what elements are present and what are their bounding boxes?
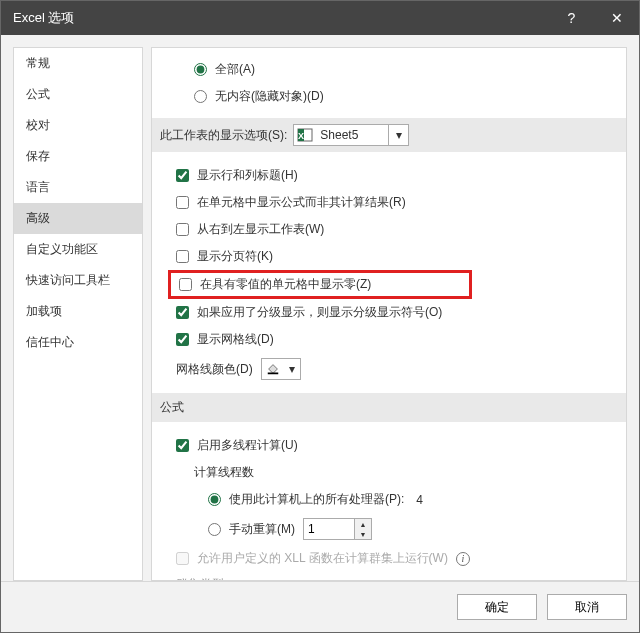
sheet-select[interactable]: X Sheet5 ▾: [293, 124, 409, 146]
svg-rect-3: [267, 373, 278, 375]
gridcolor-picker[interactable]: ▾: [261, 358, 301, 380]
manual-thread-input[interactable]: [304, 519, 354, 539]
sidebar-item-trust[interactable]: 信任中心: [14, 327, 142, 358]
help-button[interactable]: ?: [549, 1, 594, 35]
chevron-down-icon: ▾: [388, 125, 408, 145]
sidebar-item-customize-ribbon[interactable]: 自定义功能区: [14, 234, 142, 265]
row-manual: 手动重算(M) ▲ ▼: [166, 513, 612, 545]
cluster-type-combo: [232, 580, 512, 582]
radio-use-all-cpus[interactable]: [208, 493, 221, 506]
row-use-all: 使用此计算机上的所有处理器(P): 4: [166, 486, 612, 513]
lbl-show-formulas: 在单元格中显示公式而非其计算结果(R): [197, 194, 406, 211]
radio-manual-threads[interactable]: [208, 523, 221, 536]
objects-all-radio[interactable]: [194, 63, 207, 76]
lbl-rowcol-headers: 显示行和列标题(H): [197, 167, 298, 184]
row-gridlines: 显示网格线(D): [166, 326, 612, 353]
sidebar-item-qat[interactable]: 快速访问工具栏: [14, 265, 142, 296]
chevron-down-icon: ▾: [284, 359, 300, 379]
row-multithread: 启用多线程计算(U): [166, 432, 612, 459]
sidebar-item-save[interactable]: 保存: [14, 141, 142, 172]
spinner-up[interactable]: ▲: [355, 519, 371, 529]
chk-rowcol-headers[interactable]: [176, 169, 189, 182]
sheet-display-label: 此工作表的显示选项(S):: [160, 127, 287, 144]
objects-none-label: 无内容(隐藏对象)(D): [215, 88, 324, 105]
chk-gridlines[interactable]: [176, 333, 189, 346]
sheet-display-header: 此工作表的显示选项(S): X Sheet5 ▾: [152, 118, 626, 152]
cpu-count: 4: [416, 493, 423, 507]
objects-all-row: 全部(A): [166, 56, 612, 83]
titlebar: Excel 选项 ? ✕: [1, 1, 639, 35]
sidebar-item-proofing[interactable]: 校对: [14, 110, 142, 141]
row-rtl: 从右到左显示工作表(W): [166, 216, 612, 243]
sidebar: 常规 公式 校对 保存 语言 高级 自定义功能区 快速访问工具栏 加载项 信任中…: [13, 47, 143, 581]
lbl-threads: 计算线程数: [194, 464, 254, 481]
lbl-xll-cluster: 允许用户定义的 XLL 函数在计算群集上运行(W): [197, 550, 448, 567]
chk-show-zeros[interactable]: [179, 278, 192, 291]
info-icon[interactable]: i: [456, 552, 470, 566]
row-gridcolor: 网格线颜色(D) ▾: [166, 353, 612, 385]
objects-none-radio[interactable]: [194, 90, 207, 103]
row-pagebreaks: 显示分页符(K): [166, 243, 612, 270]
lbl-rtl: 从右到左显示工作表(W): [197, 221, 324, 238]
row-cluster-type: 群集类型(C): 选项...: [166, 572, 612, 581]
chk-rtl[interactable]: [176, 223, 189, 236]
sidebar-item-general[interactable]: 常规: [14, 48, 142, 79]
objects-all-label: 全部(A): [215, 61, 255, 78]
chk-show-formulas[interactable]: [176, 196, 189, 209]
chk-multithread[interactable]: [176, 439, 189, 452]
spinner-down[interactable]: ▼: [355, 529, 371, 539]
lbl-use-all-cpus: 使用此计算机上的所有处理器(P):: [229, 491, 404, 508]
row-show-zeros: 在具有零值的单元格中显示零(Z): [168, 270, 472, 299]
row-formulas: 在单元格中显示公式而非其计算结果(R): [166, 189, 612, 216]
row-threads-label: 计算线程数: [166, 459, 612, 486]
dialog-window: Excel 选项 ? ✕ 常规 公式 校对 保存 语言 高级 自定义功能区 快速…: [0, 0, 640, 633]
cluster-options-button: 选项...: [518, 580, 577, 582]
formula-header: 公式: [152, 393, 626, 422]
main-area: 常规 公式 校对 保存 语言 高级 自定义功能区 快速访问工具栏 加载项 信任中…: [1, 35, 639, 581]
chk-outline-symbols[interactable]: [176, 306, 189, 319]
objects-none-row: 无内容(隐藏对象)(D): [166, 83, 612, 110]
ok-button[interactable]: 确定: [457, 594, 537, 620]
sheet-select-value: Sheet5: [316, 128, 388, 142]
dialog-footer: 确定 取消: [1, 581, 639, 632]
lbl-cluster-type: 群集类型(C):: [176, 576, 226, 581]
window-title: Excel 选项: [13, 9, 549, 27]
lbl-multithread: 启用多线程计算(U): [197, 437, 298, 454]
lbl-gridlines: 显示网格线(D): [197, 331, 274, 348]
excel-sheet-icon: X: [294, 125, 316, 145]
spinner-buttons: ▲ ▼: [354, 519, 371, 539]
close-button[interactable]: ✕: [594, 1, 639, 35]
chk-xll-cluster: [176, 552, 189, 565]
manual-thread-spinner[interactable]: ▲ ▼: [303, 518, 372, 540]
lbl-show-zeros: 在具有零值的单元格中显示零(Z): [200, 276, 371, 293]
sidebar-item-advanced[interactable]: 高级: [14, 203, 142, 234]
row-xll: 允许用户定义的 XLL 函数在计算群集上运行(W) i: [166, 545, 612, 572]
lbl-gridcolor: 网格线颜色(D): [176, 361, 253, 378]
content-panel: 全部(A) 无内容(隐藏对象)(D) 此工作表的显示选项(S): X Sheet…: [151, 47, 627, 581]
svg-text:X: X: [298, 131, 304, 141]
formula-header-label: 公式: [160, 399, 184, 416]
sidebar-item-language[interactable]: 语言: [14, 172, 142, 203]
lbl-manual-threads: 手动重算(M): [229, 521, 295, 538]
row-rowcol: 显示行和列标题(H): [166, 162, 612, 189]
sidebar-item-formulas[interactable]: 公式: [14, 79, 142, 110]
paint-bucket-icon: [262, 359, 284, 379]
sidebar-item-addins[interactable]: 加载项: [14, 296, 142, 327]
lbl-outline-symbols: 如果应用了分级显示，则显示分级显示符号(O): [197, 304, 442, 321]
lbl-pagebreaks: 显示分页符(K): [197, 248, 273, 265]
chk-pagebreaks[interactable]: [176, 250, 189, 263]
row-outline: 如果应用了分级显示，则显示分级显示符号(O): [166, 299, 612, 326]
cancel-button[interactable]: 取消: [547, 594, 627, 620]
